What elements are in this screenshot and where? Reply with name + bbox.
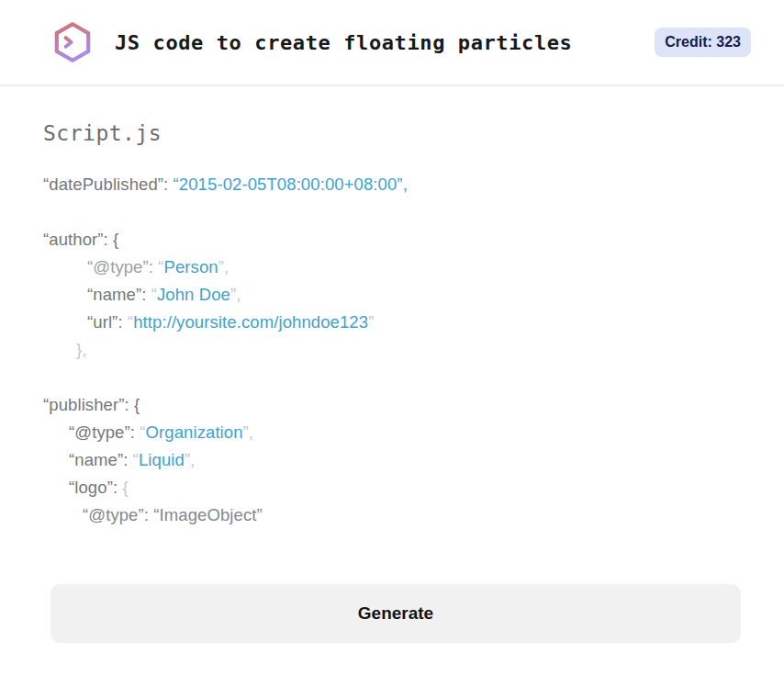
code-line: }, [43,336,741,364]
code-line: “name”: “John Doe”, [43,281,741,309]
code-token-punct: ”, [243,422,254,442]
code-token-punct: ”, [185,450,196,469]
code-token-key: “author”: { [43,230,118,249]
terminal-hexagon-logo-icon [50,18,95,66]
code-token-key: “datePublished”: [43,175,174,194]
code-block: “datePublished”: “2015-02-05T08:00:00+08… [43,171,741,529]
code-token-muted: “@type”: [87,257,158,276]
code-token-key: “publisher”: { [43,395,140,414]
code-token-value: John Doe [157,285,230,304]
code-token-punct: { [122,478,128,497]
code-token-punct: }, [76,340,87,359]
footer: Generate [0,584,784,643]
code-token-key: “@type”: [69,422,140,442]
code-line [43,198,741,226]
page-title: JS code to create floating particles [115,31,572,54]
code-line: “url”: “http://yoursite.com/johndoe123” [43,309,741,336]
code-line: “datePublished”: “2015-02-05T08:00:00+08… [43,171,741,198]
code-line: “name”: “Liquid”, [43,446,741,474]
code-token-punct: ” [368,312,374,332]
generate-button[interactable]: Generate [50,584,741,643]
code-lines: “datePublished”: “2015-02-05T08:00:00+08… [43,171,741,529]
code-token-value: “2015-02-05T08:00:00+08:00”, [174,175,408,194]
code-token-value: Organization [146,422,243,442]
code-line [43,364,741,391]
code-token-value: Person [164,257,218,276]
app-header: JS code to create floating particles Cre… [0,0,784,86]
code-line: “@type”: “Person”, [43,253,741,281]
code-token-key: “name”: [87,285,151,304]
code-line: “author”: { [43,226,741,253]
code-token-key: “url”: [87,312,128,332]
code-line: “@type”: “Organization”, [43,419,741,446]
code-token-value: Liquid [139,450,185,469]
code-line: “logo”: { [43,474,741,501]
code-line: “@type”: “ImageObject” [43,501,741,529]
code-token-key: “logo”: [69,478,122,497]
code-token-key: “name”: [69,450,133,469]
code-token-punct: ”, [218,257,230,276]
main-content: Script.js “datePublished”: “2015-02-05T0… [0,86,784,529]
credit-badge: Credit: 323 [655,28,751,57]
code-token-punct: ”, [230,285,241,304]
prompt-chevron-icon [66,38,72,47]
code-token-value: http://yoursite.com/johndoe123 [133,312,368,332]
script-filename: Script.js [43,121,741,145]
code-token-soft: “@type”: “ImageObject” [83,505,263,524]
code-line: “publisher”: { [43,391,741,419]
